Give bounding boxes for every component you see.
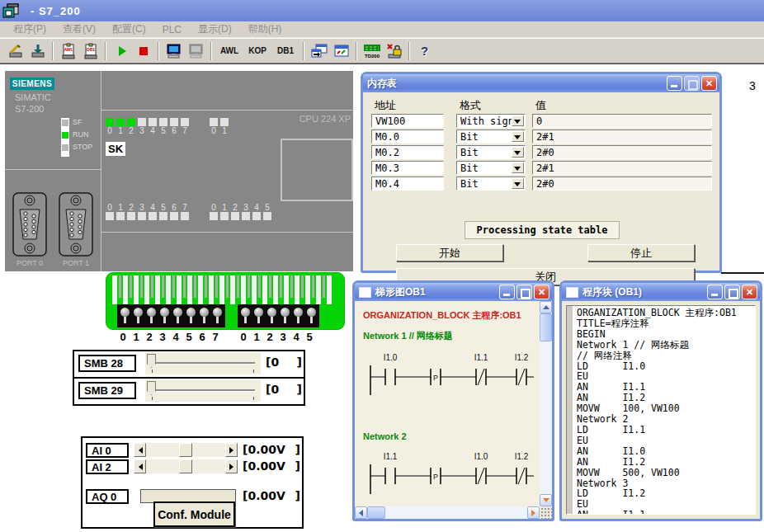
maximize-button[interactable] <box>724 285 740 299</box>
db1-view-button[interactable]: DB1 <box>271 40 299 61</box>
scroll-thumb[interactable] <box>179 459 192 473</box>
menu-item-view[interactable]: 查看(V) <box>54 22 104 36</box>
scroll-thumb[interactable] <box>540 313 552 341</box>
menu-item-program[interactable]: 程序(P) <box>5 22 54 36</box>
run-button[interactable] <box>110 40 132 61</box>
close-button[interactable]: ✕ <box>534 285 549 299</box>
memory-address-input[interactable] <box>371 129 444 144</box>
awl-view-button[interactable]: AWL <box>215 40 243 61</box>
io-led <box>106 212 114 220</box>
scroll-track[interactable] <box>146 443 225 457</box>
input-switch[interactable] <box>119 306 131 326</box>
maximize-button[interactable] <box>684 76 700 91</box>
smb29-slider[interactable] <box>145 379 261 402</box>
memory-format-select[interactable]: Bit <box>456 129 526 144</box>
input-switch[interactable] <box>292 306 304 326</box>
memory-format-select[interactable]: Bit <box>456 177 526 191</box>
minimize-button[interactable] <box>499 285 515 299</box>
scroll-down-button[interactable] <box>540 494 552 506</box>
menu-item-help[interactable]: 帮助(H) <box>240 22 290 36</box>
input-switch[interactable] <box>239 306 252 326</box>
slider-track[interactable] <box>149 389 255 392</box>
scroll-up-button[interactable] <box>540 301 552 313</box>
scroll-right-button[interactable] <box>225 459 238 473</box>
input-switch[interactable] <box>305 306 318 326</box>
processing-state-button[interactable]: Processing state table <box>465 221 620 239</box>
scroll-track[interactable] <box>146 459 225 473</box>
input-switch[interactable] <box>185 306 197 326</box>
minimize-button[interactable] <box>707 285 723 299</box>
scroll-left-button[interactable] <box>355 506 367 519</box>
dropdown-arrow-button[interactable] <box>512 162 524 173</box>
divider <box>101 110 353 111</box>
scroll-right-button[interactable] <box>527 506 540 519</box>
clear-lock-button[interactable] <box>383 40 405 61</box>
app-titlebar[interactable]: - S7_200 <box>0 0 764 21</box>
io-led <box>252 212 261 220</box>
stop-button[interactable] <box>132 40 154 61</box>
options-window-button[interactable] <box>330 40 352 61</box>
input-switch[interactable] <box>158 306 171 326</box>
input-switch[interactable] <box>198 306 210 326</box>
input-switch[interactable] <box>132 306 144 326</box>
input-switch[interactable] <box>279 306 291 326</box>
help-button[interactable]: ? <box>413 40 436 61</box>
scroll-thumb[interactable] <box>367 506 385 519</box>
slider-track[interactable] <box>149 362 255 365</box>
monitor-off-button[interactable] <box>185 40 207 61</box>
scroll-right-button[interactable] <box>225 443 238 457</box>
memory-address-input[interactable] <box>371 145 444 159</box>
awl-editor-button[interactable]: AWL <box>57 40 79 61</box>
input-switch[interactable] <box>266 306 278 326</box>
scroll-left-button[interactable] <box>134 443 146 457</box>
maximize-button[interactable] <box>516 285 532 299</box>
kop-view-button[interactable]: KOP <box>243 40 271 61</box>
close-button[interactable]: ✕ <box>701 76 717 91</box>
io-led-label: 5 <box>263 203 271 212</box>
conf-module-button[interactable]: Conf. Module <box>153 501 235 527</box>
menu-item-display[interactable]: 显示(D) <box>190 22 240 36</box>
cascade-windows-button[interactable] <box>308 40 330 61</box>
memory-format-select[interactable]: With sign <box>456 114 526 128</box>
memory-address-input[interactable] <box>371 161 444 175</box>
menu-item-plc[interactable]: PLC <box>154 24 190 35</box>
td200-button[interactable]: TD200 <box>361 40 383 61</box>
slider-thumb[interactable] <box>147 354 156 368</box>
memory-format-select[interactable]: Bit <box>456 145 526 159</box>
input-switch[interactable] <box>252 306 265 326</box>
input-switch[interactable] <box>211 306 224 326</box>
resize-grip[interactable] <box>540 506 552 519</box>
ai2-scrollbar[interactable] <box>134 459 238 473</box>
input-switch[interactable] <box>145 306 158 326</box>
scroll-thumb[interactable] <box>179 443 192 457</box>
menu-item-config[interactable]: 配置(C) <box>104 22 154 36</box>
dropdown-arrow-button[interactable] <box>512 147 524 158</box>
dropdown-arrow-button[interactable] <box>512 131 524 142</box>
divider <box>5 169 101 170</box>
stop-button[interactable]: 停止 <box>587 244 695 261</box>
dropdown-arrow-button[interactable] <box>512 115 524 126</box>
program-window-titlebar[interactable]: 程序块 (OB1) ✕ <box>562 283 760 301</box>
memory-address-input[interactable] <box>371 177 444 191</box>
slider-thumb[interactable] <box>147 381 156 395</box>
monitor-on-button[interactable] <box>163 40 185 61</box>
ai0-scrollbar[interactable] <box>134 443 238 457</box>
io-led <box>138 212 146 220</box>
memory-format-select[interactable]: Bit <box>456 161 526 175</box>
input-switch[interactable] <box>172 306 184 326</box>
dropdown-arrow-button[interactable] <box>512 178 524 189</box>
memory-window-titlebar[interactable]: 内存表 ✕ <box>363 74 719 92</box>
memory-address-input[interactable] <box>371 114 444 128</box>
minimize-button[interactable] <box>667 76 682 91</box>
close-button[interactable]: ✕ <box>742 285 757 299</box>
horizontal-scrollbar[interactable] <box>355 506 540 519</box>
ob1-editor-button[interactable]: OB1 <box>79 40 101 61</box>
edit-program-button[interactable] <box>4 40 26 61</box>
smb28-slider[interactable] <box>145 352 261 374</box>
program-text-area[interactable]: ORGANIZATION_BLOCK 主程序:OB1 TITLE=程序注释 BE… <box>566 305 756 515</box>
vertical-scrollbar[interactable] <box>540 301 552 506</box>
scroll-left-button[interactable] <box>134 459 146 473</box>
start-button[interactable]: 开始 <box>396 244 503 261</box>
download-program-button[interactable] <box>26 40 49 61</box>
ladder-window-titlebar[interactable]: 梯形图OB1 ✕ <box>355 283 552 301</box>
